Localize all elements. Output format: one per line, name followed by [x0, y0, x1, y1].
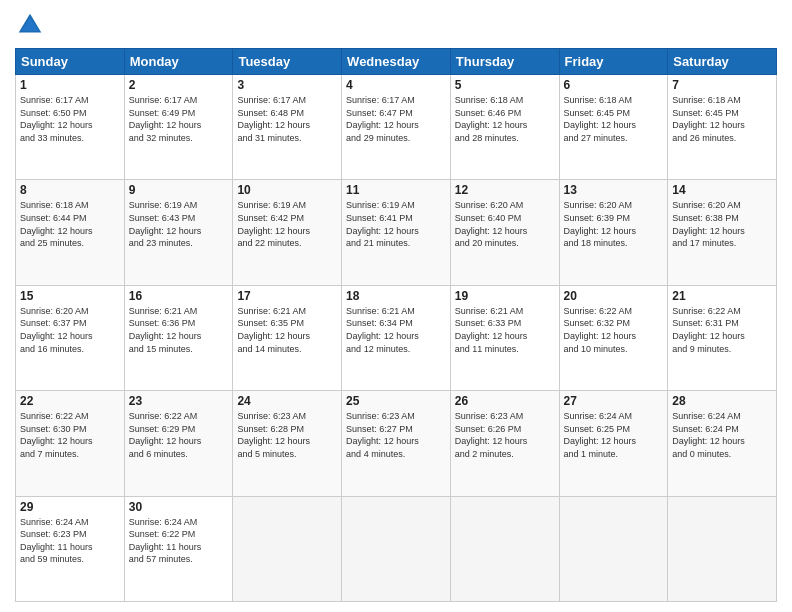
day-info: Sunrise: 6:24 AM Sunset: 6:22 PM Dayligh… [129, 516, 229, 566]
calendar-cell: 30Sunrise: 6:24 AM Sunset: 6:22 PM Dayli… [124, 496, 233, 601]
day-number: 3 [237, 78, 337, 92]
calendar-cell [668, 496, 777, 601]
day-info: Sunrise: 6:24 AM Sunset: 6:25 PM Dayligh… [564, 410, 664, 460]
day-info: Sunrise: 6:17 AM Sunset: 6:48 PM Dayligh… [237, 94, 337, 144]
day-number: 20 [564, 289, 664, 303]
calendar-cell: 28Sunrise: 6:24 AM Sunset: 6:24 PM Dayli… [668, 391, 777, 496]
day-info: Sunrise: 6:22 AM Sunset: 6:31 PM Dayligh… [672, 305, 772, 355]
day-number: 4 [346, 78, 446, 92]
day-info: Sunrise: 6:18 AM Sunset: 6:44 PM Dayligh… [20, 199, 120, 249]
day-number: 25 [346, 394, 446, 408]
day-info: Sunrise: 6:20 AM Sunset: 6:40 PM Dayligh… [455, 199, 555, 249]
day-header-monday: Monday [124, 49, 233, 75]
calendar-cell: 27Sunrise: 6:24 AM Sunset: 6:25 PM Dayli… [559, 391, 668, 496]
day-number: 28 [672, 394, 772, 408]
day-number: 21 [672, 289, 772, 303]
page: SundayMondayTuesdayWednesdayThursdayFrid… [0, 0, 792, 612]
calendar-cell: 10Sunrise: 6:19 AM Sunset: 6:42 PM Dayli… [233, 180, 342, 285]
calendar-cell: 18Sunrise: 6:21 AM Sunset: 6:34 PM Dayli… [342, 285, 451, 390]
calendar-cell [450, 496, 559, 601]
calendar-cell: 21Sunrise: 6:22 AM Sunset: 6:31 PM Dayli… [668, 285, 777, 390]
calendar-cell [342, 496, 451, 601]
calendar-cell: 5Sunrise: 6:18 AM Sunset: 6:46 PM Daylig… [450, 75, 559, 180]
day-header-wednesday: Wednesday [342, 49, 451, 75]
calendar-cell: 4Sunrise: 6:17 AM Sunset: 6:47 PM Daylig… [342, 75, 451, 180]
day-number: 27 [564, 394, 664, 408]
calendar-week-5: 29Sunrise: 6:24 AM Sunset: 6:23 PM Dayli… [16, 496, 777, 601]
day-info: Sunrise: 6:22 AM Sunset: 6:30 PM Dayligh… [20, 410, 120, 460]
day-number: 23 [129, 394, 229, 408]
calendar-cell [233, 496, 342, 601]
day-number: 11 [346, 183, 446, 197]
calendar-cell: 7Sunrise: 6:18 AM Sunset: 6:45 PM Daylig… [668, 75, 777, 180]
day-number: 29 [20, 500, 120, 514]
day-info: Sunrise: 6:20 AM Sunset: 6:37 PM Dayligh… [20, 305, 120, 355]
day-number: 10 [237, 183, 337, 197]
day-info: Sunrise: 6:24 AM Sunset: 6:23 PM Dayligh… [20, 516, 120, 566]
day-info: Sunrise: 6:22 AM Sunset: 6:29 PM Dayligh… [129, 410, 229, 460]
calendar-header-row: SundayMondayTuesdayWednesdayThursdayFrid… [16, 49, 777, 75]
calendar-cell: 16Sunrise: 6:21 AM Sunset: 6:36 PM Dayli… [124, 285, 233, 390]
day-number: 19 [455, 289, 555, 303]
calendar-cell: 24Sunrise: 6:23 AM Sunset: 6:28 PM Dayli… [233, 391, 342, 496]
day-number: 26 [455, 394, 555, 408]
day-info: Sunrise: 6:20 AM Sunset: 6:38 PM Dayligh… [672, 199, 772, 249]
day-header-thursday: Thursday [450, 49, 559, 75]
day-number: 14 [672, 183, 772, 197]
calendar-cell: 25Sunrise: 6:23 AM Sunset: 6:27 PM Dayli… [342, 391, 451, 496]
day-number: 18 [346, 289, 446, 303]
calendar-cell: 1Sunrise: 6:17 AM Sunset: 6:50 PM Daylig… [16, 75, 125, 180]
day-info: Sunrise: 6:19 AM Sunset: 6:41 PM Dayligh… [346, 199, 446, 249]
day-info: Sunrise: 6:21 AM Sunset: 6:34 PM Dayligh… [346, 305, 446, 355]
day-number: 8 [20, 183, 120, 197]
calendar-cell [559, 496, 668, 601]
calendar-cell: 2Sunrise: 6:17 AM Sunset: 6:49 PM Daylig… [124, 75, 233, 180]
calendar-week-2: 8Sunrise: 6:18 AM Sunset: 6:44 PM Daylig… [16, 180, 777, 285]
day-number: 7 [672, 78, 772, 92]
calendar-cell: 20Sunrise: 6:22 AM Sunset: 6:32 PM Dayli… [559, 285, 668, 390]
calendar-cell: 26Sunrise: 6:23 AM Sunset: 6:26 PM Dayli… [450, 391, 559, 496]
logo [15, 10, 49, 40]
day-number: 1 [20, 78, 120, 92]
calendar-cell: 15Sunrise: 6:20 AM Sunset: 6:37 PM Dayli… [16, 285, 125, 390]
calendar-week-1: 1Sunrise: 6:17 AM Sunset: 6:50 PM Daylig… [16, 75, 777, 180]
day-info: Sunrise: 6:18 AM Sunset: 6:46 PM Dayligh… [455, 94, 555, 144]
day-info: Sunrise: 6:23 AM Sunset: 6:28 PM Dayligh… [237, 410, 337, 460]
day-number: 6 [564, 78, 664, 92]
calendar-cell: 19Sunrise: 6:21 AM Sunset: 6:33 PM Dayli… [450, 285, 559, 390]
day-number: 24 [237, 394, 337, 408]
day-info: Sunrise: 6:23 AM Sunset: 6:26 PM Dayligh… [455, 410, 555, 460]
header [15, 10, 777, 40]
day-number: 22 [20, 394, 120, 408]
calendar-cell: 17Sunrise: 6:21 AM Sunset: 6:35 PM Dayli… [233, 285, 342, 390]
day-info: Sunrise: 6:21 AM Sunset: 6:35 PM Dayligh… [237, 305, 337, 355]
day-number: 30 [129, 500, 229, 514]
day-number: 13 [564, 183, 664, 197]
day-info: Sunrise: 6:20 AM Sunset: 6:39 PM Dayligh… [564, 199, 664, 249]
day-info: Sunrise: 6:24 AM Sunset: 6:24 PM Dayligh… [672, 410, 772, 460]
calendar-cell: 6Sunrise: 6:18 AM Sunset: 6:45 PM Daylig… [559, 75, 668, 180]
day-info: Sunrise: 6:18 AM Sunset: 6:45 PM Dayligh… [672, 94, 772, 144]
day-header-saturday: Saturday [668, 49, 777, 75]
day-info: Sunrise: 6:18 AM Sunset: 6:45 PM Dayligh… [564, 94, 664, 144]
calendar-cell: 29Sunrise: 6:24 AM Sunset: 6:23 PM Dayli… [16, 496, 125, 601]
day-number: 5 [455, 78, 555, 92]
calendar-cell: 11Sunrise: 6:19 AM Sunset: 6:41 PM Dayli… [342, 180, 451, 285]
calendar-cell: 9Sunrise: 6:19 AM Sunset: 6:43 PM Daylig… [124, 180, 233, 285]
day-info: Sunrise: 6:19 AM Sunset: 6:42 PM Dayligh… [237, 199, 337, 249]
day-info: Sunrise: 6:17 AM Sunset: 6:50 PM Dayligh… [20, 94, 120, 144]
day-header-friday: Friday [559, 49, 668, 75]
logo-icon [15, 10, 45, 40]
day-info: Sunrise: 6:21 AM Sunset: 6:36 PM Dayligh… [129, 305, 229, 355]
day-number: 12 [455, 183, 555, 197]
calendar-cell: 23Sunrise: 6:22 AM Sunset: 6:29 PM Dayli… [124, 391, 233, 496]
day-info: Sunrise: 6:21 AM Sunset: 6:33 PM Dayligh… [455, 305, 555, 355]
calendar-cell: 22Sunrise: 6:22 AM Sunset: 6:30 PM Dayli… [16, 391, 125, 496]
day-number: 15 [20, 289, 120, 303]
day-number: 9 [129, 183, 229, 197]
calendar-cell: 12Sunrise: 6:20 AM Sunset: 6:40 PM Dayli… [450, 180, 559, 285]
day-info: Sunrise: 6:19 AM Sunset: 6:43 PM Dayligh… [129, 199, 229, 249]
calendar-cell: 14Sunrise: 6:20 AM Sunset: 6:38 PM Dayli… [668, 180, 777, 285]
calendar-week-3: 15Sunrise: 6:20 AM Sunset: 6:37 PM Dayli… [16, 285, 777, 390]
day-info: Sunrise: 6:17 AM Sunset: 6:47 PM Dayligh… [346, 94, 446, 144]
